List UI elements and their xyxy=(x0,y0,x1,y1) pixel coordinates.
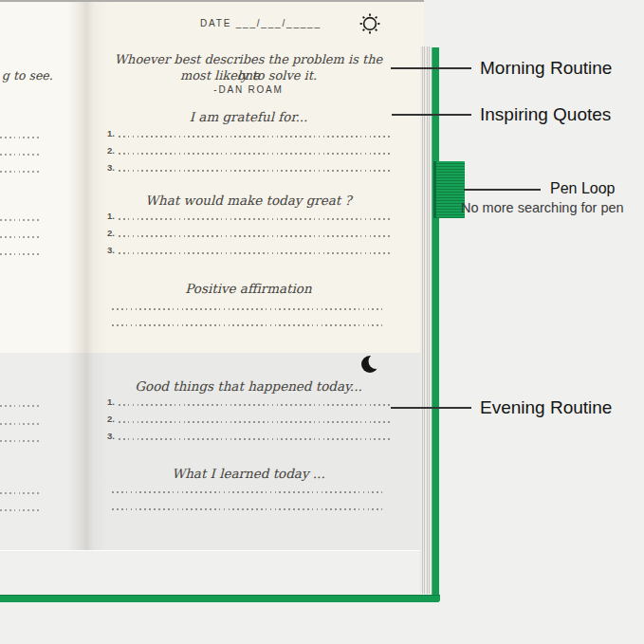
good-things-line-1: 1. xyxy=(107,394,390,407)
product-annotation-image: g to see. DATE ___/___/_____ xyxy=(0,0,644,644)
dotted-writing-line xyxy=(119,153,390,155)
learned-section-title: What I learned today ... xyxy=(107,466,390,481)
good-things-section-title: Good things that happened today... xyxy=(107,378,390,394)
dotted-writing-line xyxy=(112,324,382,326)
left-page-dotted-line xyxy=(0,492,41,494)
good-things-line-3: 3. xyxy=(107,428,390,441)
good-things-line-2: 2. xyxy=(107,411,390,424)
journal-open-pages: g to see. DATE ___/___/_____ xyxy=(0,0,424,550)
inspiring-quote-line2: most likely to solve it. xyxy=(107,68,390,84)
dotted-writing-line xyxy=(112,491,382,493)
annotation-pen-loop: Pen Loop xyxy=(550,180,616,197)
date-field: DATE ___/___/_____ xyxy=(200,18,322,28)
sun-icon xyxy=(359,13,380,38)
row-number: 2. xyxy=(107,229,115,238)
left-page-dotted-line xyxy=(0,253,41,255)
dotted-writing-line xyxy=(119,252,390,254)
left-page-text-fragment: g to see. xyxy=(2,68,53,83)
row-number: 1. xyxy=(107,397,115,407)
grateful-section-title: I am grateful for... xyxy=(107,109,390,124)
quote-author: -DAN ROAM xyxy=(107,84,390,95)
today-great-line-3: 3. xyxy=(107,242,390,255)
left-page-dotted-line xyxy=(0,423,41,425)
dotted-writing-line xyxy=(119,404,390,406)
left-page-dotted-line xyxy=(0,509,41,511)
today-great-line-1: 1. xyxy=(107,208,390,221)
affirmation-section-title: Positive affirmation xyxy=(107,281,390,296)
grateful-line-2: 2. xyxy=(107,142,390,156)
today-great-line-2: 2. xyxy=(107,225,390,238)
grateful-line-1: 1. xyxy=(107,125,390,138)
left-page-dotted-line xyxy=(0,171,41,173)
callout-line-pen-loop xyxy=(464,189,541,191)
annotation-pen-loop-subtitle: No more searching for pen xyxy=(461,200,624,215)
row-number: 3. xyxy=(107,246,115,255)
green-cover-bottom-edge xyxy=(0,595,440,602)
dotted-writing-line xyxy=(119,136,390,138)
left-page-dotted-line xyxy=(0,236,41,238)
row-number: 2. xyxy=(107,146,115,156)
moon-icon xyxy=(359,353,382,379)
row-number: 2. xyxy=(107,414,115,424)
dotted-writing-line xyxy=(112,308,382,310)
annotation-inspiring-quotes: Inspiring Quotes xyxy=(480,104,611,125)
left-page-dotted-line xyxy=(0,154,41,156)
grateful-line-3: 3. xyxy=(107,159,390,173)
dotted-writing-line xyxy=(119,438,390,440)
row-number: 3. xyxy=(107,432,115,441)
row-number: 3. xyxy=(107,163,115,173)
dotted-writing-line xyxy=(119,218,390,220)
left-page-dotted-line xyxy=(0,405,41,407)
dotted-writing-line xyxy=(112,508,382,510)
dotted-writing-line xyxy=(119,235,390,237)
green-cover-spine xyxy=(432,47,439,602)
row-number: 1. xyxy=(107,129,115,138)
left-page-dotted-line xyxy=(0,440,41,442)
dotted-writing-line xyxy=(119,170,390,172)
row-number: 1. xyxy=(107,212,115,221)
annotation-evening-routine: Evening Routine xyxy=(480,397,612,418)
left-page-dotted-line xyxy=(0,137,41,138)
today-great-section-title: What would make today great ? xyxy=(107,193,390,208)
dotted-writing-line xyxy=(119,421,390,423)
annotation-morning-routine: Morning Routine xyxy=(480,58,612,79)
left-page-dotted-line xyxy=(0,219,41,221)
